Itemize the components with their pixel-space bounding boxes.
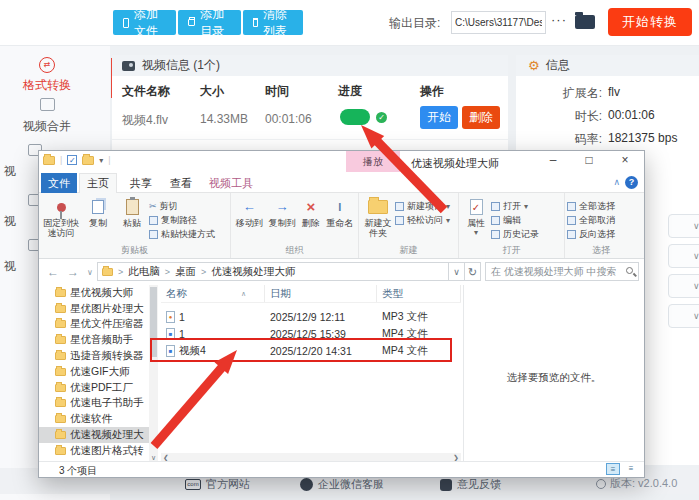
- copy-icon: [92, 200, 104, 214]
- minimize-button[interactable]: –: [538, 153, 568, 171]
- invert-selection-button[interactable]: 反向选择: [567, 227, 615, 241]
- recent-locations-icon[interactable]: ∨: [87, 268, 93, 277]
- sidebar-item-video-merge[interactable]: 视频合并: [0, 98, 94, 135]
- tree-item[interactable]: 优速GIF大师: [39, 364, 149, 380]
- dropdown-fragment[interactable]: ∨: [668, 304, 699, 328]
- window-title: 优速视频处理大师: [411, 156, 499, 171]
- item-count: 3 个项目: [59, 464, 97, 478]
- output-dir-input[interactable]: [451, 11, 546, 34]
- browse-folder-icon[interactable]: [575, 15, 595, 29]
- video-info-title: 视频信息 (1个): [142, 57, 220, 74]
- header-date[interactable]: 日期: [265, 285, 377, 302]
- delete-row-button[interactable]: 删除: [462, 106, 500, 129]
- header-type[interactable]: 类型: [377, 285, 461, 302]
- breadcrumb-current[interactable]: 优速视频处理大师: [211, 265, 295, 279]
- folder-icon[interactable]: [82, 156, 94, 165]
- tab-home[interactable]: 主页: [79, 173, 117, 194]
- col-size: 大小: [200, 83, 224, 100]
- tree-item[interactable]: 迅捷音频转换器: [39, 348, 149, 364]
- tree-item[interactable]: 星优音频助手: [39, 332, 149, 348]
- tree-item[interactable]: 优速图片格式转: [39, 443, 149, 459]
- progress-toggle[interactable]: [340, 109, 370, 125]
- explorer-titlebar[interactable]: | ✓ ▾ | 播放 优速视频处理大师 – □ ×: [39, 151, 644, 173]
- select-none-button[interactable]: 全部取消: [567, 213, 615, 227]
- move-to-button[interactable]: ← 移动到: [233, 195, 266, 228]
- tab-file[interactable]: 文件: [41, 173, 77, 193]
- mp4-file-icon: ■: [166, 345, 175, 357]
- easy-access-button[interactable]: 轻松访问 ▾: [395, 213, 450, 227]
- folder-icon: [55, 352, 66, 360]
- start-convert-button[interactable]: 开始转换: [608, 8, 692, 36]
- tree-item[interactable]: 星优视频大师: [39, 285, 149, 301]
- copy-to-button[interactable]: → 复制到: [266, 195, 299, 228]
- file-row[interactable]: ■1 2025/12/5 15:39 MP4 文件: [161, 325, 461, 342]
- open-button[interactable]: 打开 ▾: [491, 199, 539, 213]
- tree-item[interactable]: 星优文件压缩器: [39, 317, 149, 333]
- dropdown-fragment[interactable]: ∨: [668, 274, 699, 298]
- file-row-highlighted[interactable]: ■视频4 2025/12/20 14:31 MP4 文件: [161, 342, 461, 359]
- wechat-support-link[interactable]: 企业微信客服: [300, 477, 384, 492]
- new-item-button[interactable]: 新建项目 ▾: [395, 199, 450, 213]
- file-row[interactable]: ●1 2025/12/9 12:11 MP3 文件: [161, 308, 461, 325]
- qat-check-icon[interactable]: ✓: [67, 155, 77, 165]
- output-dir-label: 输出目录:: [389, 15, 440, 32]
- edit-button[interactable]: 编辑: [491, 213, 539, 227]
- add-folder-label: 添加目录: [200, 6, 231, 40]
- tab-view[interactable]: 查看: [163, 173, 199, 193]
- more-options-icon[interactable]: ···: [551, 12, 567, 27]
- properties-button[interactable]: ✓ 属性 ▾: [461, 195, 491, 238]
- forward-icon[interactable]: →: [67, 265, 79, 279]
- copy-path-button[interactable]: 复制路径: [149, 213, 215, 227]
- official-site-link[interactable]: com 官方网站: [185, 477, 250, 492]
- close-button[interactable]: ×: [610, 153, 640, 171]
- back-icon[interactable]: ←: [47, 265, 59, 279]
- folder-icon[interactable]: [43, 156, 55, 165]
- scrollbar-thumb[interactable]: [150, 287, 157, 357]
- list-view-icon[interactable]: ≡: [606, 463, 620, 475]
- breadcrumb-this-pc[interactable]: 此电脑: [128, 265, 160, 279]
- start-row-button[interactable]: 开始: [420, 106, 458, 129]
- search-input[interactable]: 在 优速视频处理大师 中搜索: [485, 262, 639, 281]
- help-icon[interactable]: ?: [625, 176, 638, 189]
- tree-item[interactable]: 星优图片处理大: [39, 301, 149, 317]
- sidebar-item-format-convert[interactable]: ⇄ 格式转换: [0, 56, 94, 94]
- tree-item-selected[interactable]: 优速视频处理大: [39, 427, 149, 443]
- qat-dropdown-icon[interactable]: ▾: [99, 156, 103, 165]
- refresh-icon[interactable]: ↻: [465, 262, 481, 281]
- history-button[interactable]: 历史记录: [491, 227, 539, 241]
- delete-button[interactable]: × 删除: [298, 195, 323, 228]
- paste-button[interactable]: 粘贴: [115, 195, 149, 228]
- feedback-link[interactable]: 意见反馈: [440, 477, 501, 492]
- file-icon: [123, 18, 129, 28]
- tree-item[interactable]: 优速PDF工厂: [39, 380, 149, 396]
- tree-item[interactable]: 优速电子书助手: [39, 396, 149, 412]
- new-folder-button[interactable]: 新建文件夹: [361, 195, 395, 239]
- paste-shortcut-button[interactable]: 粘贴快捷方式: [149, 227, 215, 241]
- clear-list-button[interactable]: 清除列表: [243, 10, 303, 35]
- select-all-button[interactable]: 全部选择: [567, 199, 615, 213]
- header-name[interactable]: 名称 ∧: [161, 285, 265, 302]
- address-dropdown-icon[interactable]: ∨: [449, 262, 465, 281]
- pin-quick-access-button[interactable]: 固定到快速访问: [41, 195, 81, 239]
- rename-button[interactable]: I 重命名: [323, 195, 356, 228]
- move-arrow-icon: ←: [243, 200, 256, 215]
- dropdown-fragment[interactable]: ∨: [668, 244, 699, 268]
- contextual-tab-play[interactable]: 播放: [346, 151, 400, 172]
- dropdown-fragment[interactable]: ∨: [668, 214, 699, 238]
- address-bar[interactable]: > 此电脑 > 桌面 > 优速视频处理大师: [97, 262, 449, 281]
- history-icon: [491, 230, 500, 239]
- tree-item[interactable]: 优速软件: [39, 411, 149, 427]
- maximize-button[interactable]: □: [574, 153, 604, 171]
- wechat-icon: [300, 478, 313, 491]
- tab-video-tools[interactable]: 视频工具: [203, 173, 259, 193]
- breadcrumb-desktop[interactable]: 桌面: [175, 265, 196, 279]
- add-folder-button[interactable]: 添加目录: [178, 10, 241, 35]
- folder-icon: [55, 431, 66, 439]
- details-view-icon[interactable]: ≡: [624, 463, 638, 475]
- tree-scrollbar[interactable]: ∨: [149, 285, 158, 463]
- cut-button[interactable]: ✂ 剪切: [149, 199, 215, 213]
- collapse-ribbon-icon[interactable]: ∧: [613, 177, 620, 187]
- copy-button[interactable]: 复制: [81, 195, 115, 228]
- add-file-button[interactable]: 添加文件: [113, 10, 176, 35]
- tab-share[interactable]: 共享: [123, 173, 159, 193]
